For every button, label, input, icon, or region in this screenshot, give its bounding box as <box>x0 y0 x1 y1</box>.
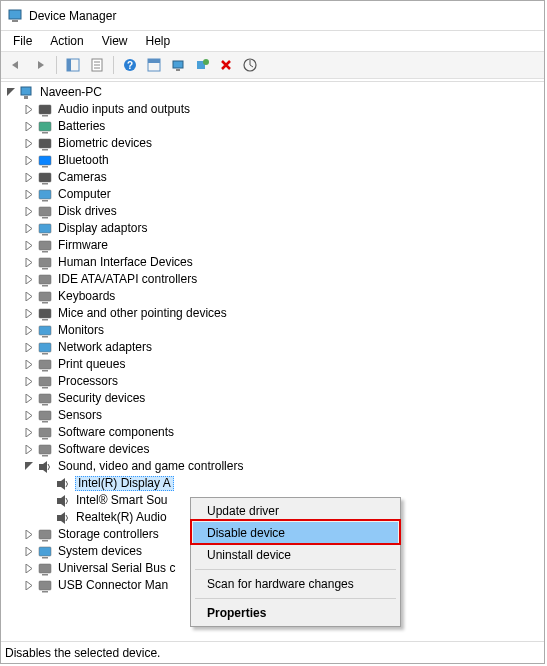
ctx-disable-device[interactable]: Disable device <box>193 522 398 544</box>
show-hide-console-button[interactable] <box>62 54 84 76</box>
expand-icon[interactable] <box>23 580 35 592</box>
expand-icon[interactable] <box>23 410 35 422</box>
tree-category[interactable]: Disk drives <box>1 203 544 220</box>
tree-category[interactable]: Display adaptors <box>1 220 544 237</box>
svg-rect-24 <box>42 149 48 151</box>
tree-category[interactable]: Print queues <box>1 356 544 373</box>
enable-device-button[interactable] <box>191 54 213 76</box>
menu-help[interactable]: Help <box>138 32 179 50</box>
tree-category[interactable]: Biometric devices <box>1 135 544 152</box>
tree-device[interactable]: Intel(R) Display A <box>1 475 544 492</box>
expand-icon[interactable] <box>23 563 35 575</box>
tree-category[interactable]: Sensors <box>1 407 544 424</box>
toolbar: ? <box>1 51 544 79</box>
tree-category[interactable]: Software components <box>1 424 544 441</box>
tree-item-label: Biometric devices <box>57 135 152 152</box>
tree-category[interactable]: Security devices <box>1 390 544 407</box>
tree-item-label: Batteries <box>57 118 105 135</box>
tree-category[interactable]: Computer <box>1 186 544 203</box>
expand-icon[interactable] <box>23 308 35 320</box>
device-icon <box>37 204 53 220</box>
svg-rect-33 <box>39 224 51 233</box>
tree-category[interactable]: Processors <box>1 373 544 390</box>
expand-icon[interactable] <box>23 444 35 456</box>
expand-icon[interactable] <box>23 291 35 303</box>
tree-category[interactable]: Bluetooth <box>1 152 544 169</box>
speaker-icon <box>37 459 53 475</box>
tree-category[interactable]: Keyboards <box>1 288 544 305</box>
menu-view[interactable]: View <box>94 32 136 50</box>
tree-item-label: Print queues <box>57 356 125 373</box>
ctx-uninstall-device[interactable]: Uninstall device <box>193 544 398 566</box>
tree-category[interactable]: Mice and other pointing devices <box>1 305 544 322</box>
show-hidden-button[interactable] <box>143 54 165 76</box>
expand-icon[interactable] <box>23 427 35 439</box>
expand-icon[interactable] <box>23 240 35 252</box>
tree-item-label: Monitors <box>57 322 104 339</box>
svg-rect-39 <box>39 275 51 284</box>
speaker-icon <box>55 510 71 526</box>
expand-icon[interactable] <box>23 155 35 167</box>
device-icon <box>37 544 53 560</box>
scan-hardware-button[interactable] <box>239 54 261 76</box>
ctx-update-driver[interactable]: Update driver <box>193 500 398 522</box>
svg-rect-1 <box>12 20 18 22</box>
help-button[interactable]: ? <box>119 54 141 76</box>
tree-category-expanded[interactable]: Sound, video and game controllers <box>1 458 544 475</box>
menu-file[interactable]: File <box>5 32 40 50</box>
uninstall-button[interactable] <box>215 54 237 76</box>
svg-rect-31 <box>39 207 51 216</box>
svg-rect-54 <box>42 404 48 406</box>
tree-category[interactable]: Batteries <box>1 118 544 135</box>
collapse-icon[interactable] <box>5 87 17 99</box>
tree-category[interactable]: Cameras <box>1 169 544 186</box>
ctx-scan-hardware[interactable]: Scan for hardware changes <box>193 573 398 595</box>
expand-icon[interactable] <box>23 257 35 269</box>
svg-rect-60 <box>42 455 48 457</box>
svg-rect-46 <box>42 336 48 338</box>
tree-category[interactable]: IDE ATA/ATAPI controllers <box>1 271 544 288</box>
tree-item-label: Cameras <box>57 169 107 186</box>
properties-button[interactable] <box>86 54 108 76</box>
collapse-icon[interactable] <box>23 461 35 473</box>
svg-rect-50 <box>42 370 48 372</box>
svg-rect-28 <box>42 183 48 185</box>
forward-button[interactable] <box>29 54 51 76</box>
svg-rect-26 <box>42 166 48 168</box>
svg-rect-69 <box>39 564 51 573</box>
device-manager-icon <box>7 8 23 24</box>
menu-action[interactable]: Action <box>42 32 91 50</box>
svg-rect-32 <box>42 217 48 219</box>
expand-icon[interactable] <box>23 376 35 388</box>
svg-rect-27 <box>39 173 51 182</box>
tree-root[interactable]: Naveen-PC <box>1 84 544 101</box>
update-driver-button[interactable] <box>167 54 189 76</box>
expand-icon[interactable] <box>23 138 35 150</box>
tree-category[interactable]: Monitors <box>1 322 544 339</box>
tree-category[interactable]: Network adapters <box>1 339 544 356</box>
expand-icon[interactable] <box>23 104 35 116</box>
expand-icon[interactable] <box>23 342 35 354</box>
expand-icon[interactable] <box>23 274 35 286</box>
expand-icon[interactable] <box>23 206 35 218</box>
expand-icon[interactable] <box>23 121 35 133</box>
expand-icon[interactable] <box>23 189 35 201</box>
expand-icon[interactable] <box>23 325 35 337</box>
svg-rect-66 <box>42 540 48 542</box>
tree-category[interactable]: Audio inputs and outputs <box>1 101 544 118</box>
expand-icon[interactable] <box>23 223 35 235</box>
tree-category[interactable]: Firmware <box>1 237 544 254</box>
expand-icon[interactable] <box>23 359 35 371</box>
expand-icon[interactable] <box>23 546 35 558</box>
tree-item-label: Sound, video and game controllers <box>57 458 243 475</box>
expand-icon[interactable] <box>23 393 35 405</box>
ctx-properties[interactable]: Properties <box>193 602 398 624</box>
speaker-icon <box>55 493 71 509</box>
tree-category[interactable]: Human Interface Devices <box>1 254 544 271</box>
expand-icon[interactable] <box>23 172 35 184</box>
back-button[interactable] <box>5 54 27 76</box>
tree-item-label: Firmware <box>57 237 108 254</box>
tree-category[interactable]: Software devices <box>1 441 544 458</box>
device-icon <box>37 289 53 305</box>
expand-icon[interactable] <box>23 529 35 541</box>
